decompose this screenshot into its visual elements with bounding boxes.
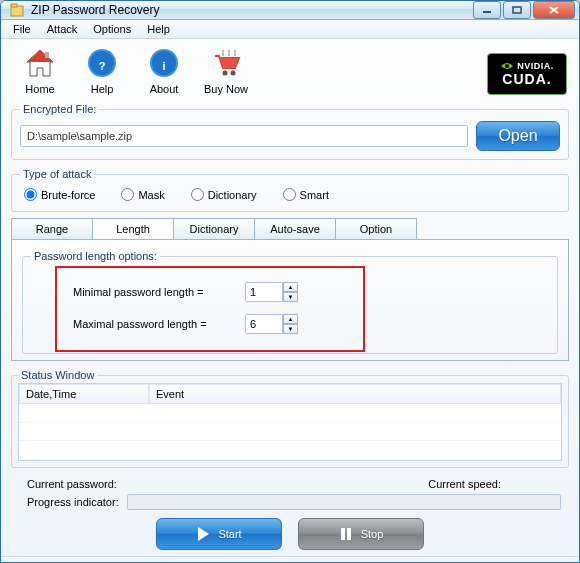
radio-dictionary-input[interactable]	[191, 188, 204, 201]
file-fieldset: Encrypted File: Open	[11, 103, 569, 160]
toolbar-about-label: About	[150, 83, 179, 95]
radio-brute-force[interactable]: Brute-force	[24, 188, 95, 201]
home-icon	[22, 45, 58, 81]
table-row	[19, 404, 561, 423]
menu-help[interactable]: Help	[139, 20, 178, 38]
svg-rect-3	[513, 7, 521, 13]
play-icon	[196, 526, 210, 542]
toolbar-home[interactable]: Home	[13, 45, 67, 95]
min-length-up[interactable]: ▲	[283, 282, 298, 292]
status-col-datetime: Date,Time	[19, 384, 149, 404]
status-col-event: Event	[149, 384, 561, 404]
maximize-button[interactable]	[503, 1, 531, 19]
attack-legend: Type of attack	[20, 168, 94, 180]
status-legend: Status Window	[18, 369, 97, 381]
menu-attack[interactable]: Attack	[39, 20, 86, 38]
cuda-text: CUDA.	[502, 71, 551, 87]
max-length-spinner: ▲▼	[245, 314, 298, 334]
menubar: File Attack Options Help	[1, 20, 579, 39]
svg-rect-23	[347, 528, 351, 540]
svg-rect-22	[341, 528, 345, 540]
tab-strip: Range Length Dictionary Auto-save Option	[11, 218, 569, 239]
file-path-input[interactable]	[20, 125, 468, 147]
tab-panel-length: Password length options: Minimal passwor…	[11, 239, 569, 361]
toolbar-buy[interactable]: Buy Now	[199, 45, 253, 95]
toolbar-about[interactable]: i About	[137, 45, 191, 95]
max-length-up[interactable]: ▲	[283, 314, 298, 324]
cuda-badge: NVIDIA. CUDA.	[487, 53, 567, 95]
svg-rect-1	[11, 4, 17, 7]
toolbar: Home ? Help i About Buy Now NVIDIA. CUDA…	[9, 43, 571, 101]
radio-mask[interactable]: Mask	[121, 188, 164, 201]
start-button[interactable]: Start	[156, 518, 282, 550]
status-fieldset: Status Window Date,Time Event	[11, 369, 569, 468]
status-table: Date,Time Event	[18, 383, 562, 461]
max-length-down[interactable]: ▼	[283, 324, 298, 334]
table-row	[19, 441, 561, 460]
radio-smart[interactable]: Smart	[283, 188, 329, 201]
table-row	[19, 423, 561, 442]
svg-marker-7	[27, 50, 53, 62]
tab-auto-save[interactable]: Auto-save	[254, 218, 336, 239]
run-buttons: Start Stop	[9, 516, 571, 554]
radio-smart-input[interactable]	[283, 188, 296, 201]
toolbar-help[interactable]: ? Help	[75, 45, 129, 95]
length-legend: Password length options:	[31, 250, 160, 262]
attack-fieldset: Type of attack Brute-force Mask Dictiona…	[11, 168, 569, 212]
about-icon: i	[146, 45, 182, 81]
window-controls	[473, 1, 575, 19]
app-window: ZIP Password Recovery File Attack Option…	[0, 0, 580, 563]
toolbar-home-label: Home	[25, 83, 54, 95]
minimize-button[interactable]	[473, 1, 501, 19]
help-icon: ?	[84, 45, 120, 81]
max-length-label: Maximal password length =	[73, 318, 237, 330]
menu-options[interactable]: Options	[85, 20, 139, 38]
progress-bar	[127, 494, 561, 510]
tab-length[interactable]: Length	[92, 218, 174, 239]
app-icon	[9, 2, 25, 18]
max-length-input[interactable]	[245, 314, 283, 334]
min-length-input[interactable]	[245, 282, 283, 302]
tab-dictionary[interactable]: Dictionary	[173, 218, 255, 239]
content-area: Home ? Help i About Buy Now NVIDIA. CUDA…	[1, 39, 579, 556]
radio-dictionary[interactable]: Dictionary	[191, 188, 257, 201]
progress-row: Progress indicator:	[9, 492, 571, 516]
progress-label: Progress indicator:	[27, 496, 119, 508]
radio-mask-input[interactable]	[121, 188, 134, 201]
window-title: ZIP Password Recovery	[31, 3, 473, 17]
nvidia-text: NVIDIA.	[517, 61, 554, 71]
current-password-label: Current password:	[27, 478, 117, 490]
tab-range[interactable]: Range	[11, 218, 93, 239]
svg-point-16	[231, 71, 236, 76]
info-row: Current password: Current speed:	[9, 474, 571, 492]
min-length-spinner: ▲▼	[245, 282, 298, 302]
min-length-label: Minimal password length =	[73, 286, 237, 298]
menu-file[interactable]: File	[5, 20, 39, 38]
svg-text:?: ?	[99, 60, 106, 72]
toolbar-buy-label: Buy Now	[204, 83, 248, 95]
toolbar-help-label: Help	[91, 83, 114, 95]
min-length-down[interactable]: ▼	[283, 292, 298, 302]
svg-rect-8	[45, 52, 49, 58]
cart-icon	[208, 45, 244, 81]
tab-option[interactable]: Option	[335, 218, 417, 239]
titlebar[interactable]: ZIP Password Recovery	[1, 1, 579, 20]
close-button[interactable]	[533, 1, 575, 19]
file-legend: Encrypted File:	[20, 103, 99, 115]
highlight-box: Minimal password length = ▲▼ Maximal pas…	[55, 266, 365, 352]
open-button[interactable]: Open	[476, 121, 560, 151]
svg-point-15	[223, 71, 228, 76]
svg-point-20	[505, 64, 509, 68]
current-speed-label: Current speed:	[428, 478, 501, 490]
statusbar: ZIP Password Recovery Trial,Version 6.0.…	[1, 556, 579, 563]
radio-brute-force-input[interactable]	[24, 188, 37, 201]
svg-text:i: i	[162, 60, 165, 72]
stop-button[interactable]: Stop	[298, 518, 424, 550]
svg-marker-21	[198, 527, 209, 541]
pause-icon	[339, 526, 353, 542]
nvidia-eye-icon	[500, 61, 514, 71]
